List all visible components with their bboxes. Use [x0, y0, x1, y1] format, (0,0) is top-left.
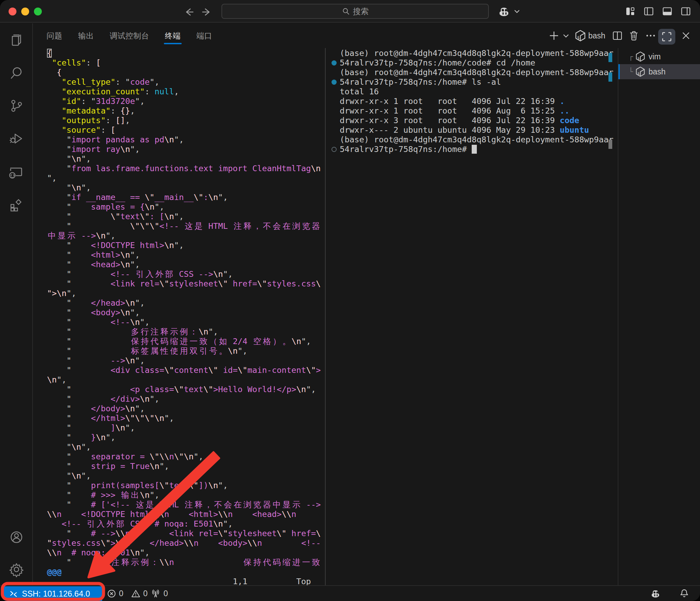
remote-explorer-icon[interactable]: [8, 164, 25, 181]
terminal-row: (base) root@dm-4dgh47cm3q4d8q8lgk2q-depl…: [340, 135, 618, 144]
command-decoration[interactable]: [331, 80, 337, 85]
svg-text:$: $: [637, 71, 640, 76]
split-terminal-button[interactable]: [612, 31, 623, 41]
ports-indicator[interactable]: 0: [151, 586, 168, 601]
svg-text:$: $: [637, 56, 640, 61]
new-terminal-button[interactable]: [548, 30, 559, 41]
terminal-row: "id": "31d3720e",: [47, 96, 325, 106]
radio-tower-icon: [151, 589, 160, 598]
toggle-secondary-sidebar-icon[interactable]: [681, 7, 690, 16]
warnings-icon: [131, 589, 141, 598]
overview-ruler-mark: [608, 53, 612, 62]
remote-label: SSH: 101.126.64.0: [22, 589, 90, 599]
ports-count: 0: [164, 589, 168, 598]
customize-layout-icon[interactable]: [626, 7, 635, 16]
terminal-row: "cells": [: [47, 58, 325, 68]
terminal-row: " <p class=\"text\">Hello World!</p>\n",: [47, 385, 325, 394]
terminal-row: {: [47, 68, 325, 77]
terminal-bash-icon: $: [575, 30, 586, 42]
kill-terminal-button[interactable]: [629, 31, 639, 41]
terminal-row: " }\n",: [47, 433, 325, 442]
terminal-row: "\n",: [47, 154, 325, 164]
close-panel-button[interactable]: [681, 31, 691, 40]
terminal-profile-label[interactable]: bash: [588, 31, 605, 40]
terminal-row: " <body>\n",: [47, 308, 325, 317]
terminal-row: " 多行注释示例：\\n 保持代码缩进一致: [47, 557, 325, 567]
terminal-row: @@@: [47, 567, 325, 577]
terminal-row: "styles.css\">\\n </head>\\n <body>\\n <…: [47, 538, 325, 548]
navigate-forward-icon[interactable]: [202, 7, 212, 17]
terminal-row: "import ray\n",: [47, 144, 325, 154]
terminal-bash-icon: $: [635, 66, 645, 77]
terminal-row: " -->\n",: [47, 356, 325, 365]
terminal-row: " <!-- 引入外部 CSS -->\n",: [47, 269, 325, 279]
panel-actions: $ bash: [34, 23, 700, 48]
terminal-row: "cell_type": "code",: [47, 77, 325, 87]
terminal-row: " # -->\\n <link rel=\"stylesheet\" href…: [47, 529, 325, 538]
terminal-row: " <!DOCTYPE html>\n",: [47, 240, 325, 250]
terminal-pane-bash[interactable]: (base) root@dm-4dgh47cm3q4d8q8lgk2q-depl…: [326, 48, 618, 585]
copilot-menu-button[interactable]: [497, 5, 521, 18]
traffic-light-minimize-button[interactable]: [21, 8, 29, 15]
terminal-row: (base) root@dm-4dgh47cm3q4d8q8lgk2q-depl…: [340, 68, 618, 77]
problems-indicator[interactable]: 0 0: [107, 586, 148, 601]
traffic-light-zoom-button[interactable]: [34, 8, 42, 15]
terminal-row: drwxr-xr-x 1 root root 4096 Aug 6 15:25 …: [340, 106, 618, 116]
title-bar: 搜索: [0, 0, 700, 23]
command-decoration[interactable]: [331, 60, 337, 66]
terminal-row: 54ralrv37tp-758q7ns:/home# ls -al: [340, 77, 618, 87]
explorer-icon[interactable]: [8, 32, 25, 49]
terminal-pane-vim[interactable]: { "cells": [ { "cell_type": "code", "exe…: [33, 48, 325, 585]
toggle-primary-sidebar-icon[interactable]: [644, 7, 653, 16]
copilot-status-icon[interactable]: [650, 588, 661, 599]
notifications-bell-icon[interactable]: [679, 588, 689, 599]
terminal-row: " \"\"\"<!-- 这是 HTML 注释，不会在浏览器: [47, 221, 325, 231]
search-icon: [342, 7, 350, 15]
settings-gear-icon[interactable]: [8, 561, 25, 578]
activity-bar: [0, 23, 33, 586]
terminal-row: "from las.frame.functions.text import Cl…: [47, 164, 325, 173]
svg-text:$: $: [577, 35, 580, 40]
terminal-row: " strip = True\n",: [47, 461, 325, 471]
terminal-tab-label: bash: [649, 67, 666, 76]
search-input[interactable]: 搜索: [221, 4, 489, 19]
terminal-row: " # >>> 输出\n",: [47, 490, 325, 500]
restore-panel-size-button[interactable]: [658, 29, 675, 45]
status-bar-right: [650, 586, 689, 601]
terminal-row: 中显示 -->\n",: [47, 231, 325, 240]
terminal-row: 54ralrv37tp-758q7ns:/home#: [340, 144, 618, 154]
terminal-row: \n",: [47, 375, 325, 385]
extensions-icon[interactable]: [8, 197, 25, 214]
terminal-overview-ruler[interactable]: [608, 48, 618, 585]
terminal-profile-dropdown-icon[interactable]: [562, 32, 570, 39]
source-control-icon[interactable]: [8, 97, 25, 114]
terminal-row: \\n # noqa: E501\n",: [47, 548, 325, 557]
terminal-cursor: [47, 49, 52, 58]
vscode-window: 搜索: [0, 0, 700, 601]
overview-ruler-mark: [608, 140, 612, 149]
terminal-row: "\n",: [47, 471, 325, 481]
accounts-icon[interactable]: [8, 529, 25, 546]
toggle-panel-icon[interactable]: [663, 7, 672, 16]
warnings-count: 0: [143, 589, 148, 598]
terminal-tab-bash[interactable]: └$bash: [618, 64, 700, 79]
traffic-light-close-button[interactable]: [9, 8, 16, 15]
search-view-icon[interactable]: [8, 64, 25, 81]
terminal-row: " separator = \"\\n\"\n",: [47, 452, 325, 461]
terminal-row: "source": [: [47, 125, 325, 135]
terminal-row: "if __name__ == \"__main__\":\n",: [47, 192, 325, 202]
terminal-row: " 保持代码缩进一致（如 2/4 空格）。\n",: [47, 337, 325, 346]
remote-indicator[interactable]: SSH: 101.126.64.0: [3, 586, 102, 601]
navigate-back-icon[interactable]: [184, 7, 194, 17]
more-actions-button[interactable]: [645, 31, 656, 41]
remote-icon: [9, 589, 18, 599]
command-decoration[interactable]: [331, 147, 337, 152]
errors-icon: [107, 589, 116, 598]
terminal-row: 54ralrv37tp-758q7ns:/home/code# cd /home: [340, 58, 618, 68]
chevron-down-icon: [513, 7, 521, 15]
run-and-debug-icon[interactable]: [8, 130, 25, 147]
terminal-row: total 16: [340, 87, 618, 96]
terminal-cursor: [472, 145, 476, 154]
terminal-tab-vim[interactable]: ┌$vim: [618, 49, 700, 64]
terminal-row: "\n",: [47, 183, 325, 192]
